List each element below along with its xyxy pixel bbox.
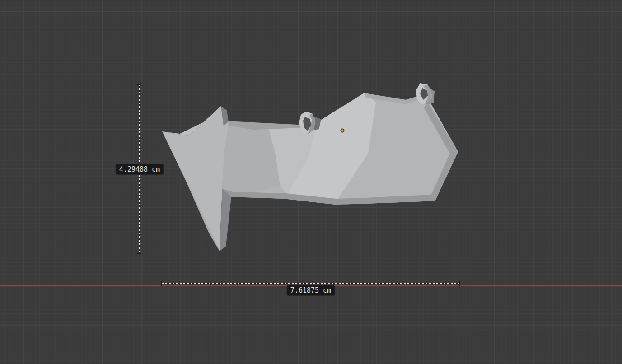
height-dimension-label: 4.29488 cm [116,164,164,175]
origin-point[interactable] [341,129,344,132]
3d-viewport[interactable]: 4.29488 cm 7.61875 cm [0,0,622,364]
model-loop-right [416,83,435,104]
width-dimension-line[interactable] [162,283,459,284]
model-whale-pendant[interactable] [0,0,622,364]
width-dimension-label: 7.61875 cm [287,285,335,296]
